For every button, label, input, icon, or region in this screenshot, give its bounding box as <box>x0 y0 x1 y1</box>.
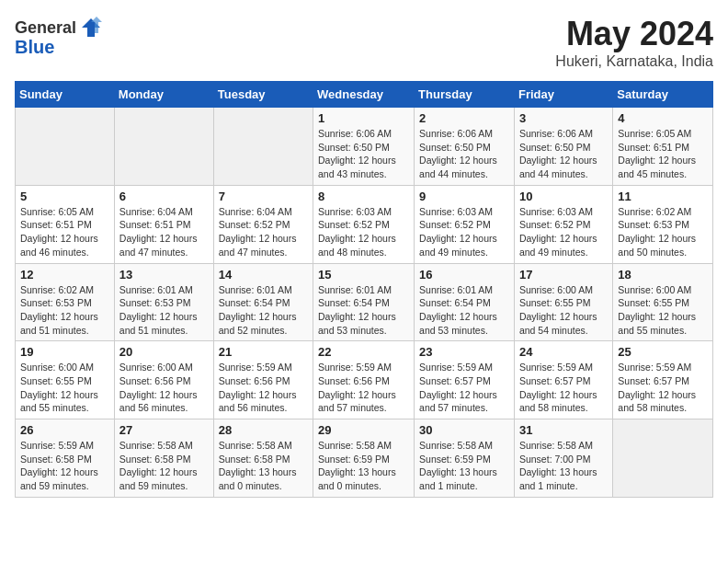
logo-blue-text: Blue <box>15 37 54 58</box>
calendar-week-row: 5Sunrise: 6:05 AM Sunset: 6:51 PM Daylig… <box>16 185 713 263</box>
day-info: Sunrise: 6:01 AM Sunset: 6:53 PM Dayligh… <box>119 283 209 338</box>
calendar-cell: 11Sunrise: 6:02 AM Sunset: 6:53 PM Dayli… <box>613 185 713 263</box>
calendar-cell: 2Sunrise: 6:06 AM Sunset: 6:50 PM Daylig… <box>415 108 515 186</box>
day-info: Sunrise: 6:06 AM Sunset: 6:50 PM Dayligh… <box>419 127 509 181</box>
day-number: 9 <box>419 190 509 203</box>
day-info: Sunrise: 6:02 AM Sunset: 6:53 PM Dayligh… <box>20 283 109 338</box>
calendar-cell: 15Sunrise: 6:01 AM Sunset: 6:54 PM Dayli… <box>313 263 415 341</box>
day-number: 20 <box>119 345 209 359</box>
day-number: 18 <box>618 268 708 282</box>
page-title: May 2024 <box>555 15 713 53</box>
day-number: 26 <box>20 423 109 437</box>
calendar-cell: 22Sunrise: 5:59 AM Sunset: 6:56 PM Dayli… <box>313 341 415 419</box>
calendar-cell: 12Sunrise: 6:02 AM Sunset: 6:53 PM Dayli… <box>16 263 115 341</box>
day-info: Sunrise: 6:00 AM Sunset: 6:56 PM Dayligh… <box>119 361 209 415</box>
calendar-table: SundayMondayTuesdayWednesdayThursdayFrid… <box>15 81 713 498</box>
day-number: 15 <box>318 268 409 282</box>
day-info: Sunrise: 5:59 AM Sunset: 6:58 PM Dayligh… <box>20 439 109 493</box>
day-number: 6 <box>119 190 209 203</box>
calendar-cell: 1Sunrise: 6:06 AM Sunset: 6:50 PM Daylig… <box>313 108 415 186</box>
day-number: 16 <box>419 268 509 282</box>
weekday-header: Sunday <box>16 82 115 108</box>
day-number: 3 <box>519 111 608 125</box>
calendar-week-row: 12Sunrise: 6:02 AM Sunset: 6:53 PM Dayli… <box>16 263 713 341</box>
day-number: 30 <box>419 423 509 437</box>
calendar-header: SundayMondayTuesdayWednesdayThursdayFrid… <box>16 82 713 108</box>
calendar-cell: 23Sunrise: 5:59 AM Sunset: 6:57 PM Dayli… <box>415 341 515 419</box>
day-info: Sunrise: 5:59 AM Sunset: 6:57 PM Dayligh… <box>519 361 608 415</box>
weekday-header: Saturday <box>613 82 713 108</box>
day-info: Sunrise: 6:04 AM Sunset: 6:52 PM Dayligh… <box>219 205 308 259</box>
day-info: Sunrise: 6:01 AM Sunset: 6:54 PM Dayligh… <box>219 283 308 338</box>
day-info: Sunrise: 6:01 AM Sunset: 6:54 PM Dayligh… <box>419 283 509 338</box>
calendar-cell: 14Sunrise: 6:01 AM Sunset: 6:54 PM Dayli… <box>213 263 313 341</box>
calendar-week-row: 19Sunrise: 6:00 AM Sunset: 6:55 PM Dayli… <box>16 341 713 419</box>
day-number: 17 <box>519 268 608 282</box>
day-info: Sunrise: 6:00 AM Sunset: 6:55 PM Dayligh… <box>20 361 109 415</box>
calendar-cell: 31Sunrise: 5:58 AM Sunset: 7:00 PM Dayli… <box>514 419 612 498</box>
calendar-cell: 25Sunrise: 5:59 AM Sunset: 6:57 PM Dayli… <box>613 341 713 419</box>
weekday-header: Wednesday <box>313 82 415 108</box>
logo-general-text: General <box>15 18 76 38</box>
calendar-cell: 20Sunrise: 6:00 AM Sunset: 6:56 PM Dayli… <box>114 341 213 419</box>
day-info: Sunrise: 5:58 AM Sunset: 6:58 PM Dayligh… <box>119 439 209 493</box>
calendar-cell: 10Sunrise: 6:03 AM Sunset: 6:52 PM Dayli… <box>514 185 612 263</box>
weekday-header: Tuesday <box>213 82 313 108</box>
calendar-cell <box>16 108 115 186</box>
day-info: Sunrise: 5:59 AM Sunset: 6:57 PM Dayligh… <box>618 361 708 415</box>
day-info: Sunrise: 6:06 AM Sunset: 6:50 PM Dayligh… <box>318 127 409 181</box>
day-number: 24 <box>519 345 608 359</box>
calendar-cell <box>613 419 713 498</box>
day-info: Sunrise: 5:59 AM Sunset: 6:56 PM Dayligh… <box>318 361 409 415</box>
calendar-cell: 30Sunrise: 5:58 AM Sunset: 6:59 PM Dayli… <box>415 419 515 498</box>
day-number: 1 <box>318 111 409 125</box>
day-number: 11 <box>618 190 708 203</box>
day-number: 21 <box>219 345 308 359</box>
day-info: Sunrise: 5:58 AM Sunset: 6:58 PM Dayligh… <box>219 439 308 493</box>
calendar-cell: 7Sunrise: 6:04 AM Sunset: 6:52 PM Daylig… <box>213 185 313 263</box>
weekday-header: Thursday <box>415 82 515 108</box>
calendar-week-row: 1Sunrise: 6:06 AM Sunset: 6:50 PM Daylig… <box>16 108 713 186</box>
calendar-cell: 19Sunrise: 6:00 AM Sunset: 6:55 PM Dayli… <box>16 341 115 419</box>
day-info: Sunrise: 5:59 AM Sunset: 6:56 PM Dayligh… <box>219 361 308 415</box>
day-number: 12 <box>20 268 109 282</box>
calendar-cell: 29Sunrise: 5:58 AM Sunset: 6:59 PM Dayli… <box>313 419 415 498</box>
calendar-cell: 21Sunrise: 5:59 AM Sunset: 6:56 PM Dayli… <box>213 341 313 419</box>
calendar-cell: 5Sunrise: 6:05 AM Sunset: 6:51 PM Daylig… <box>16 185 115 263</box>
weekday-header: Monday <box>114 82 213 108</box>
day-number: 23 <box>419 345 509 359</box>
calendar-cell: 8Sunrise: 6:03 AM Sunset: 6:52 PM Daylig… <box>313 185 415 263</box>
day-info: Sunrise: 5:58 AM Sunset: 6:59 PM Dayligh… <box>318 439 409 493</box>
day-info: Sunrise: 5:58 AM Sunset: 7:00 PM Dayligh… <box>519 439 608 493</box>
calendar-cell: 16Sunrise: 6:01 AM Sunset: 6:54 PM Dayli… <box>415 263 515 341</box>
calendar-cell: 17Sunrise: 6:00 AM Sunset: 6:55 PM Dayli… <box>514 263 612 341</box>
day-info: Sunrise: 6:04 AM Sunset: 6:51 PM Dayligh… <box>119 205 209 259</box>
calendar-cell: 3Sunrise: 6:06 AM Sunset: 6:50 PM Daylig… <box>514 108 612 186</box>
day-info: Sunrise: 6:03 AM Sunset: 6:52 PM Dayligh… <box>519 205 608 259</box>
calendar-cell: 27Sunrise: 5:58 AM Sunset: 6:58 PM Dayli… <box>114 419 213 498</box>
calendar-cell: 13Sunrise: 6:01 AM Sunset: 6:53 PM Dayli… <box>114 263 213 341</box>
day-info: Sunrise: 6:01 AM Sunset: 6:54 PM Dayligh… <box>318 283 409 338</box>
day-number: 8 <box>318 190 409 203</box>
calendar-cell: 18Sunrise: 6:00 AM Sunset: 6:55 PM Dayli… <box>613 263 713 341</box>
day-info: Sunrise: 6:00 AM Sunset: 6:55 PM Dayligh… <box>618 283 708 338</box>
day-number: 25 <box>618 345 708 359</box>
day-info: Sunrise: 6:03 AM Sunset: 6:52 PM Dayligh… <box>419 205 509 259</box>
calendar-cell: 9Sunrise: 6:03 AM Sunset: 6:52 PM Daylig… <box>415 185 515 263</box>
day-number: 2 <box>419 111 509 125</box>
day-info: Sunrise: 6:02 AM Sunset: 6:53 PM Dayligh… <box>618 205 708 259</box>
day-number: 31 <box>519 423 608 437</box>
day-info: Sunrise: 6:03 AM Sunset: 6:52 PM Dayligh… <box>318 205 409 259</box>
weekday-header: Friday <box>514 82 612 108</box>
day-number: 22 <box>318 345 409 359</box>
day-info: Sunrise: 6:06 AM Sunset: 6:50 PM Dayligh… <box>519 127 608 181</box>
day-number: 10 <box>519 190 608 203</box>
day-number: 27 <box>119 423 209 437</box>
calendar-cell: 26Sunrise: 5:59 AM Sunset: 6:58 PM Dayli… <box>16 419 115 498</box>
title-section: May 2024 Hukeri, Karnataka, India <box>555 15 713 70</box>
calendar-cell: 6Sunrise: 6:04 AM Sunset: 6:51 PM Daylig… <box>114 185 213 263</box>
logo-icon <box>78 15 104 40</box>
page-header: General Blue May 2024 Hukeri, Karnataka,… <box>15 15 713 70</box>
day-number: 28 <box>219 423 308 437</box>
day-number: 14 <box>219 268 308 282</box>
